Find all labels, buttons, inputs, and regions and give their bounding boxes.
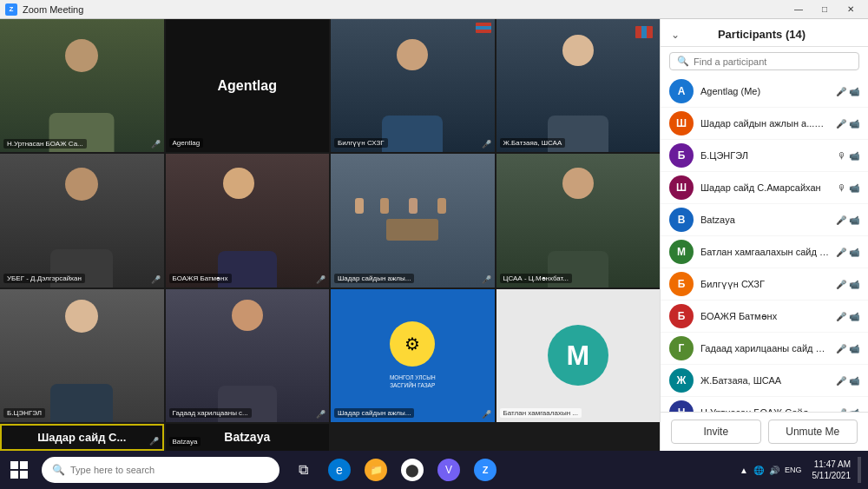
tile-5-label: УБЕГ - Д.Дэлгэрсайхан bbox=[3, 274, 85, 283]
participant-item[interactable]: MБатлан хамгаалахын сайд Г.Са...🎤📹 bbox=[661, 236, 868, 268]
participant-name: Гадаад харилцааны сайд Б.Бат... bbox=[700, 343, 829, 354]
close-button[interactable]: ✕ bbox=[838, 2, 863, 17]
taskbar-icons: ⧉ e 📁 ⬤ V Z bbox=[286, 451, 502, 489]
mic-icon: 🎤 bbox=[836, 248, 846, 257]
tile-11-mute: 🎤 bbox=[482, 410, 491, 419]
tray-volume[interactable]: 🔊 bbox=[769, 466, 779, 475]
participant-icons: 🎤📹 bbox=[836, 248, 859, 257]
taskbar-search-icon: 🔍 bbox=[52, 464, 65, 476]
system-tray: ▲ 🌐 🔊 ENG 11:47 AM 5/11/2021 bbox=[740, 457, 868, 483]
viber-icon[interactable]: V bbox=[432, 451, 465, 489]
participant-name: Шадар сайдын ажлын а... (Host) bbox=[700, 118, 826, 129]
tray-language[interactable]: ENG bbox=[785, 466, 802, 474]
participant-item[interactable]: BBatzaya🎤📹 bbox=[661, 204, 868, 236]
mic-icon: 🎙 bbox=[838, 151, 846, 161]
participant-icons: 🎤📹 bbox=[836, 87, 859, 96]
participant-name: Б.ЦЭНГЭЛ bbox=[700, 150, 831, 161]
video-icon: 📹 bbox=[849, 87, 859, 96]
tile-4-label: Ж.Батзаяа, ШСАА bbox=[500, 138, 566, 148]
video-tile-batzaya[interactable]: Batzaya Batzaya bbox=[166, 424, 330, 451]
participant-avatar: A bbox=[669, 79, 694, 103]
participant-icons: 🎤📹 bbox=[836, 312, 859, 321]
chrome-icon[interactable]: ⬤ bbox=[396, 451, 429, 489]
video-tile-3[interactable]: Билгүүн СХЗГ 🎤 bbox=[331, 19, 495, 152]
tile-10-mute: 🎤 bbox=[316, 410, 326, 419]
participant-item[interactable]: ББОАЖЯ Батмөнх🎤📹 bbox=[661, 301, 868, 333]
panel-title: Participants (14) bbox=[680, 28, 844, 41]
participant-name: Ж.Батзаяа, ШСАА bbox=[700, 375, 829, 386]
participant-item[interactable]: AAgentlag (Me)🎤📹 bbox=[661, 76, 868, 108]
tile-1-label: Н.Уртнасан БОАЖ Са... bbox=[3, 139, 87, 149]
participant-search-input[interactable] bbox=[694, 56, 852, 67]
video-tile-6[interactable]: БОАЖЯ Батмөнх 🎤 bbox=[166, 154, 330, 287]
video-tile-1[interactable]: Н.Уртнасан БОАЖ Са... 🎤 bbox=[0, 19, 164, 152]
participant-name: Билгүүн СХЗГ bbox=[700, 279, 829, 290]
maximize-button[interactable]: □ bbox=[812, 2, 837, 17]
tile-5-mute: 🎤 bbox=[151, 275, 161, 284]
video-tile-9[interactable]: Б.ЦЭНГЭЛ bbox=[0, 289, 164, 422]
mic-icon: 🎤 bbox=[836, 344, 846, 354]
participant-name: Шадар сайд С.Амарсайхан bbox=[700, 182, 831, 193]
video-tile-4[interactable]: Ж.Батзаяа, ШСАА bbox=[496, 19, 661, 152]
taskbar: 🔍 ⧉ e 📁 ⬤ V Z ▲ 🌐 🔊 EN bbox=[0, 451, 868, 489]
tray-network[interactable]: 🌐 bbox=[753, 466, 764, 475]
participant-avatar: Г bbox=[669, 336, 694, 360]
start-button[interactable] bbox=[0, 451, 38, 489]
zoom-icon[interactable]: Z bbox=[469, 451, 502, 489]
video-icon: 📹 bbox=[849, 119, 859, 129]
batzaya-name: Batzaya bbox=[224, 430, 270, 444]
participant-item[interactable]: ГГадаад харилцааны сайд Б.Бат...🎤📹 bbox=[661, 333, 868, 365]
unmute-me-button[interactable]: Unmute Me bbox=[768, 420, 858, 444]
participant-search-box[interactable]: 🔍 bbox=[669, 52, 859, 70]
video-icon: 📹 bbox=[849, 344, 859, 354]
tray-arrow[interactable]: ▲ bbox=[740, 466, 748, 475]
mic-icon: 🎤 bbox=[836, 280, 846, 289]
participant-item[interactable]: ШШадар сайдын ажлын а... (Host)🎤📹 bbox=[661, 108, 868, 140]
video-tile-m[interactable]: M Батлан хамгаалахын ... bbox=[496, 289, 661, 422]
taskbar-search-input[interactable] bbox=[70, 465, 269, 475]
app-icon: Z bbox=[5, 3, 17, 16]
tile-1-mute-icon: 🎤 bbox=[151, 140, 161, 149]
participant-item[interactable]: НН.Уртнасан БОАЖ Сайд🎤📹 bbox=[661, 397, 868, 412]
participant-item[interactable]: ЖЖ.Батзаяа, ШСАА🎤📹 bbox=[661, 365, 868, 397]
tile-6-label: БОАЖЯ Батмөнх bbox=[169, 274, 232, 283]
participant-icons: 🎤📹 bbox=[836, 376, 859, 386]
panel-collapse-icon[interactable]: ⌄ bbox=[671, 29, 680, 41]
video-tile-10[interactable]: Гадаад харилцааны с... 🎤 bbox=[166, 289, 330, 422]
task-view-button[interactable]: ⧉ bbox=[286, 451, 319, 489]
participant-item[interactable]: ШШадар сайд С.Амарсайхан🎙📹 bbox=[661, 172, 868, 204]
mic-icon: 🎤 bbox=[836, 87, 846, 96]
app-title: Zoom Meeting bbox=[23, 4, 83, 15]
participant-icons: 🎤📹 bbox=[836, 344, 859, 354]
participant-name: Батлан хамгаалахын сайд Г.Са... bbox=[700, 247, 829, 257]
video-tile-shaddr[interactable]: Шадар сайд С... 🎤 bbox=[0, 424, 164, 451]
participant-avatar: Б bbox=[669, 143, 694, 168]
participant-item[interactable]: ББ.ЦЭНГЭЛ🎙📹 bbox=[661, 140, 868, 172]
participant-avatar: Б bbox=[669, 304, 694, 328]
title-bar: Z Zoom Meeting — □ ✕ bbox=[0, 0, 868, 19]
tile-3-label: Билгүүн СХЗГ bbox=[334, 138, 388, 148]
participant-icons: 🎙📹 bbox=[838, 183, 859, 193]
video-tile-8[interactable]: ЦСАА - Ц.Мөнхбат... bbox=[496, 154, 661, 287]
m-avatar-circle: M bbox=[548, 325, 608, 386]
minimize-button[interactable]: — bbox=[786, 2, 811, 17]
video-tile-5[interactable]: УБЕГ - Д.Дэлгэрсайхан 🎤 bbox=[0, 154, 164, 287]
edge-browser-icon[interactable]: e bbox=[323, 451, 356, 489]
video-icon: 📹 bbox=[849, 376, 859, 386]
participant-item[interactable]: ББилгүүн СХЗГ🎤📹 bbox=[661, 268, 868, 301]
shaddr-name: Шадар сайд С... bbox=[32, 426, 131, 449]
show-desktop[interactable] bbox=[858, 457, 861, 483]
govt-logo: ⚙ bbox=[390, 321, 435, 367]
invite-button[interactable]: Invite bbox=[671, 420, 761, 444]
flag-overlay bbox=[476, 23, 491, 33]
video-tile-agentlag[interactable]: Agentlag Agentlag bbox=[166, 19, 330, 152]
video-tile-govt[interactable]: ⚙ МОНГОЛ УЛСЫНЗАСГИЙН ГАЗАР Шадар сайдын… bbox=[331, 289, 495, 422]
tile-3-mute: 🎤 bbox=[482, 140, 491, 149]
file-explorer-icon[interactable]: 📁 bbox=[359, 451, 392, 489]
participants-panel: ⌄ Participants (14) 🔍 AAgentlag (Me)🎤📹ШШ… bbox=[660, 19, 868, 451]
video-tile-7[interactable]: Шадар сайдын ажлы... 🎤 bbox=[331, 154, 495, 287]
windows-icon bbox=[10, 461, 28, 479]
mic-icon: 🎤 bbox=[836, 376, 846, 386]
taskbar-search-bar[interactable]: 🔍 bbox=[42, 457, 279, 483]
time-block[interactable]: 11:47 AM 5/11/2021 bbox=[812, 459, 852, 481]
